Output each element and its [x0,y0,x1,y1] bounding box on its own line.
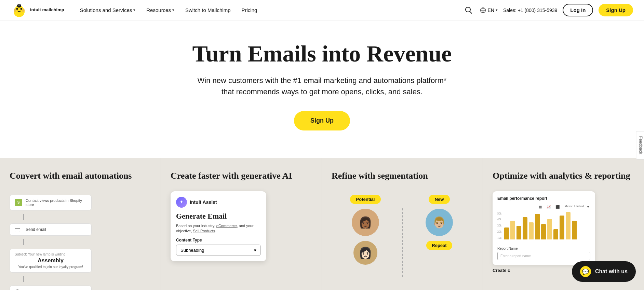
flow-step2-label: Send email [26,227,46,232]
report-name-section: Report Name Enter a report name [497,243,590,260]
nav-solutions-label: Solutions and Services [80,7,132,13]
nav-right: EN ▾ Sales: +1 (800) 315-5939 Log In Sig… [463,4,633,16]
chevron-down-icon: ▾ [172,8,174,12]
navbar: intuit mailchimp Solutions and Services … [0,0,644,20]
bar-chart [503,212,578,239]
feedback-tab[interactable]: Feedback [636,131,644,159]
hero-subtitle: Win new customers with the #1 email mark… [168,75,476,97]
lang-label: EN [487,8,494,13]
y-label-30k: 30k [497,224,501,227]
chart-type-bar[interactable]: ▦ [537,204,543,209]
bar-10 [566,212,571,239]
assembly-text: You've qualified to join our loyalty pro… [15,265,86,269]
bar-6 [541,224,546,239]
sales-phone: Sales: +1 (800) 315-5939 [503,8,557,13]
bar-0 [504,227,509,239]
features-section: Convert with email automations S Contact… [0,158,644,290]
hero-subtitle-line2: that recommends ways to get more opens, … [222,87,422,96]
logo[interactable]: intuit mailchimp [11,2,64,18]
email-icon [15,228,20,232]
email-preview: Subject: Your new lamp is waiting Assemb… [10,249,92,273]
email-automation-illustration: S Contact views products in Shopify stor… [10,191,151,290]
nav-links: Solutions and Services ▾ Resources ▾ Swi… [75,4,463,16]
flow-connector [23,214,24,220]
mailchimp-logo-icon [11,2,27,18]
login-button[interactable]: Log In [563,4,593,16]
content-type-value: Subheading [180,248,204,253]
chart-toolbar: ▦ 📈 ⬛ Metric: Clicked ▾ [497,204,590,209]
feature-segmentation: Refine with segmentation Potential 👩🏾 👩🏻… [322,158,483,290]
nav-pricing-label: Pricing [242,7,257,13]
seg-right-col: New 👨🏼 Repeat [405,195,473,250]
seg-divider [402,208,403,277]
hero-title: Turn Emails into Revenue [7,41,637,67]
y-label-40k: 40k [497,218,501,221]
nav-switch[interactable]: Switch to Mailchimp [180,4,236,16]
flow-step-purchase: ? Makes purchase? [10,286,92,290]
bar-8 [553,229,558,239]
ai-card: ✦ Intuit Assist Generate Email Based on … [171,191,266,262]
svg-point-7 [18,4,20,6]
chat-widget[interactable]: 💬 Chat with us [572,261,636,282]
shopify-icon: S [15,199,22,206]
nav-resources-label: Resources [146,7,171,13]
report-name-input[interactable]: Enter a report name [497,252,590,260]
intuit-logo-icon: ✦ [176,197,187,208]
seg-tag-repeat: Repeat [426,241,452,250]
y-label-20k: 20k [497,230,501,233]
y-label-50k: 50k [497,212,501,215]
svg-point-4 [14,9,16,12]
chevron-down-icon: ▾ [254,248,256,253]
chart-type-line[interactable]: 📈 [545,204,552,209]
svg-point-5 [22,9,25,12]
search-button[interactable] [463,4,474,16]
nav-resources[interactable]: Resources ▾ [142,4,179,16]
automation-flow: S Contact views products in Shopify stor… [10,191,151,290]
flow-step-email: Send email [10,223,92,236]
analytics-card: Email performance report ▦ 📈 ⬛ Metric: C… [493,191,595,265]
intuit-assist-badge: ✦ Intuit Assist [176,197,261,208]
chevron-down-icon: ▾ [496,8,498,12]
avatar-new-1: 👨🏼 [426,209,453,236]
svg-point-3 [21,8,22,10]
chat-label: Chat with us [595,268,628,275]
nav-switch-label: Switch to Mailchimp [185,7,231,13]
generate-email-title: Generate Email [176,212,261,221]
chat-bubble-icon: 💬 [580,266,591,277]
bar-7 [547,219,552,239]
metric-label: Metric: Clicked [564,204,584,209]
intuit-assist-label: Intuit Assist [190,199,217,205]
report-name-label: Report Name [497,247,590,250]
flow-connector-2 [23,239,24,245]
flow-step-shopify: S Contact views products in Shopify stor… [10,195,92,210]
bar-4 [529,222,534,239]
signup-nav-button[interactable]: Sign Up [599,4,633,16]
analytics-report-title: Email performance report [497,196,590,201]
hero-subtitle-line1: Win new customers with the #1 email mark… [198,76,447,85]
analytics-illustration: Email performance report ▦ 📈 ⬛ Metric: C… [493,191,634,273]
content-type-label: Content Type [176,238,261,243]
y-label-10k: 10k [497,236,501,239]
chevron-down-icon: ▾ [133,8,135,12]
y-axis-labels: 50k 40k 30k 20k 10k [497,212,503,239]
content-type-select[interactable]: Subheading ▾ [176,245,261,256]
bar-3 [523,217,527,239]
avatar-potential-2: 👩🏻 [353,241,377,265]
seg-illustration: Potential 👩🏾 👩🏻 New 👨🏼 Repeat [332,191,473,277]
feature-ai-title: Create faster with generative AI [171,170,312,182]
nav-solutions[interactable]: Solutions and Services ▾ [75,4,140,16]
logo-text: intuit mailchimp [30,8,64,12]
nav-pricing[interactable]: Pricing [237,4,262,16]
bar-1 [510,221,515,239]
feature-generative-ai: Create faster with generative AI ✦ Intui… [161,158,322,290]
language-selector[interactable]: EN ▾ [480,7,497,13]
flow-connector-3 [23,276,24,282]
bar-5 [535,214,540,239]
ai-illustration: ✦ Intuit Assist Generate Email Based on … [171,191,312,266]
avatar-potential-1: 👩🏾 [352,209,379,236]
chevron-down-icon[interactable]: ▾ [586,204,590,209]
feature-analytics-title: Optimize with analytics & reporting [493,170,634,182]
signup-hero-button[interactable]: Sign Up [294,111,350,130]
chart-fill[interactable]: ⬛ [554,204,561,209]
seg-tag-potential: Potential [350,195,381,204]
